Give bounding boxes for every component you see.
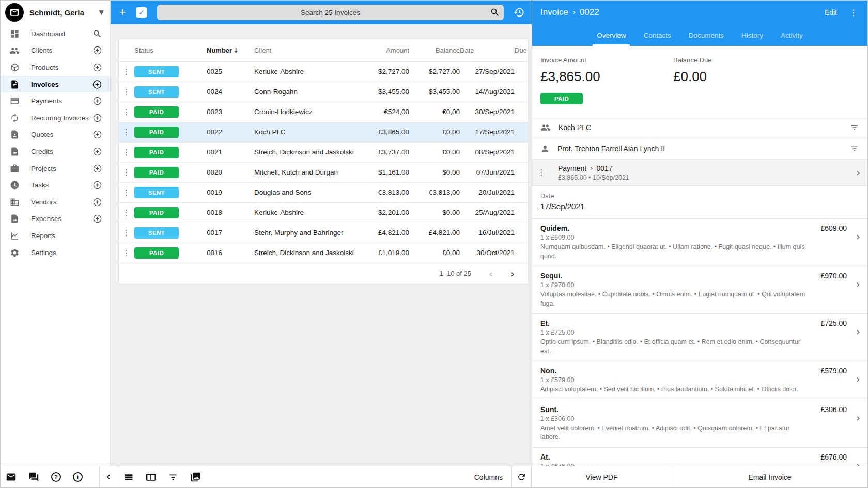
list-toolbar: + ✓ <box>111 1 532 24</box>
multiselect-checkbox[interactable]: ✓ <box>136 7 147 18</box>
sidebar-item-products[interactable]: Products <box>1 59 110 76</box>
column-header-client[interactable]: Client <box>254 39 358 61</box>
reader-view-icon[interactable] <box>146 472 156 482</box>
row-menu-icon[interactable]: ⋮ <box>119 61 134 82</box>
table-row[interactable]: ⋮ SENT 0025 Kerluke-Abshire $2,727.00 $2… <box>119 61 528 82</box>
add-circle-icon[interactable] <box>92 96 102 106</box>
email-invoice-button[interactable]: Email Invoice <box>672 466 867 487</box>
sidebar-item-invoices[interactable]: Invoices <box>1 76 110 93</box>
tab-documents[interactable]: Documents <box>688 24 725 46</box>
column-header-number[interactable]: Number↓ <box>207 39 254 61</box>
add-circle-icon[interactable] <box>92 79 102 89</box>
table-view-icon[interactable] <box>123 472 134 482</box>
tab-activity[interactable]: Activity <box>780 24 804 46</box>
add-circle-icon[interactable] <box>92 113 102 123</box>
sidebar-item-tasks[interactable]: Tasks <box>1 177 110 194</box>
invoice-amount-value: £3,865.00 <box>540 69 673 85</box>
add-circle-icon[interactable] <box>92 45 102 56</box>
column-header-status[interactable]: Status <box>134 39 207 61</box>
chat-icon[interactable] <box>28 471 39 482</box>
mail-icon[interactable] <box>6 471 17 482</box>
row-menu-icon[interactable]: ⋮ <box>119 82 134 102</box>
row-menu-icon[interactable]: ⋮ <box>119 223 134 243</box>
sidebar-item-dashboard[interactable]: Dashboard <box>1 25 110 42</box>
table-row[interactable]: ⋮ PAID 0021 Streich, Dickinson and Jasko… <box>119 142 528 162</box>
filter-list-icon[interactable] <box>850 123 859 132</box>
info-icon[interactable]: i <box>73 472 83 482</box>
invoice-table: Status Number↓ Client Amount Balance Dat… <box>119 39 528 263</box>
contact-row[interactable]: Prof. Trenton Farrell Alan Lynch II <box>532 138 867 159</box>
add-circle-icon[interactable] <box>92 214 102 224</box>
row-menu-icon[interactable]: ⋮ <box>119 202 134 223</box>
table-row[interactable]: ⋮ PAID 0016 Streich, Dickinson and Jasko… <box>119 243 528 263</box>
sidebar-item-quotes[interactable]: Quotes <box>1 127 110 144</box>
tab-overview[interactable]: Overview <box>596 24 627 46</box>
sidebar-item-clients[interactable]: Clients <box>1 42 110 59</box>
column-header-due[interactable]: Due <box>515 39 528 61</box>
line-item[interactable]: Quidem. £609.00 1 x £609.00 Numquam quib… <box>532 218 867 266</box>
add-circle-icon[interactable] <box>92 62 102 72</box>
table-row[interactable]: ⋮ PAID 0020 Mitchell, Kutch and Durgan $… <box>119 162 528 182</box>
refresh-icon[interactable] <box>512 472 531 482</box>
edit-button[interactable]: Edit <box>818 8 843 17</box>
more-menu-icon[interactable]: ⋮ <box>847 8 860 18</box>
add-circle-icon[interactable] <box>92 180 102 191</box>
line-item[interactable]: At. £676.00 1 x £676.00 Quibusdam. • Sol… <box>532 447 867 466</box>
table-row[interactable]: ⋮ SENT 0024 Conn-Rogahn $3,455.00 $3,455… <box>119 82 528 102</box>
table-row[interactable]: ⋮ SENT 0017 Stehr, Murphy and Bahringer … <box>119 223 528 243</box>
search-icon[interactable] <box>490 7 500 18</box>
filter-icon[interactable] <box>168 472 178 482</box>
sidebar-item-expenses[interactable]: Expenses <box>1 211 110 228</box>
cell-number: 0016 <box>207 243 254 263</box>
collapse-sidebar-button[interactable] <box>100 466 118 487</box>
cell-due <box>515 182 528 202</box>
row-menu-icon[interactable]: ⋮ <box>119 142 134 162</box>
help-icon[interactable]: ? <box>51 472 61 482</box>
columns-button[interactable]: Columns <box>466 466 512 487</box>
cell-date: 14/Aug/2021 <box>460 82 515 102</box>
table-row[interactable]: ⋮ PAID 0022 Koch PLC £3,865.00 £0.00 17/… <box>119 122 528 142</box>
history-icon[interactable] <box>513 7 524 18</box>
row-menu-icon[interactable]: ⋮ <box>119 162 134 182</box>
line-item[interactable]: Sequi. £970.00 1 x £970.00 Voluptas mole… <box>532 266 867 313</box>
sidebar-item-projects[interactable]: Projects <box>1 160 110 177</box>
account-menu[interactable]: Schmidt, Gerla ▼ <box>1 1 110 24</box>
search-input[interactable] <box>157 5 504 20</box>
sidebar-item-reports[interactable]: Reports <box>1 227 110 244</box>
row-menu-icon[interactable]: ⋮ <box>119 122 134 142</box>
table-row[interactable]: ⋮ SENT 0019 Douglas and Sons €3.813,00 €… <box>119 182 528 202</box>
sidebar-item-credits[interactable]: Credits <box>1 143 110 160</box>
filter-list-icon[interactable] <box>850 144 859 153</box>
row-menu-icon[interactable]: ⋮ <box>119 102 134 122</box>
column-header-amount[interactable]: Amount <box>358 39 409 61</box>
column-header-balance[interactable]: Balance <box>409 39 460 61</box>
sidebar-item-recurring-invoices[interactable]: Recurring Invoices <box>1 109 110 127</box>
client-row[interactable]: Koch PLC <box>532 117 867 138</box>
payment-row[interactable]: ⋮ Payment › 0017 £3,865.00 • 10/Sep/2021… <box>532 159 867 186</box>
next-page-icon[interactable]: › <box>510 267 515 280</box>
sidebar-item-settings[interactable]: Settings <box>1 244 110 261</box>
table-row[interactable]: ⋮ PAID 0023 Cronin-Hodkiewicz €524,00 €0… <box>119 102 528 122</box>
new-invoice-button[interactable]: + <box>116 7 129 18</box>
tab-history[interactable]: History <box>740 24 764 46</box>
line-item[interactable]: Sunt. £306.00 1 x £306.00 Amet velit dol… <box>532 400 867 447</box>
table-row[interactable]: ⋮ PAID 0018 Kerluke-Abshire $2,201.00 $0… <box>119 202 528 223</box>
column-header-date[interactable]: Date <box>460 39 515 61</box>
previous-page-icon[interactable]: ‹ <box>489 267 493 280</box>
sidebar-item-payments[interactable]: Payments <box>1 92 110 109</box>
add-circle-icon[interactable] <box>92 197 102 207</box>
row-menu-icon[interactable]: ⋮ <box>119 243 134 263</box>
payment-menu-icon[interactable]: ⋮ <box>535 168 548 177</box>
tab-contacts[interactable]: Contacts <box>642 24 672 46</box>
line-item[interactable]: Non. £579.00 1 x £579.00 Adipisci volupt… <box>532 361 867 400</box>
view-pdf-button[interactable]: View PDF <box>532 466 672 487</box>
search-icon[interactable] <box>92 28 102 39</box>
sidebar-item-vendors[interactable]: Vendors <box>1 194 110 211</box>
add-circle-icon[interactable] <box>92 163 102 174</box>
add-circle-icon[interactable] <box>92 146 102 156</box>
images-icon[interactable] <box>190 471 201 482</box>
cell-client: Koch PLC <box>254 122 358 142</box>
line-item[interactable]: Et. £725.00 1 x £725.00 Optio cum ipsum.… <box>532 313 867 361</box>
row-menu-icon[interactable]: ⋮ <box>119 182 134 202</box>
add-circle-icon[interactable] <box>92 130 102 140</box>
